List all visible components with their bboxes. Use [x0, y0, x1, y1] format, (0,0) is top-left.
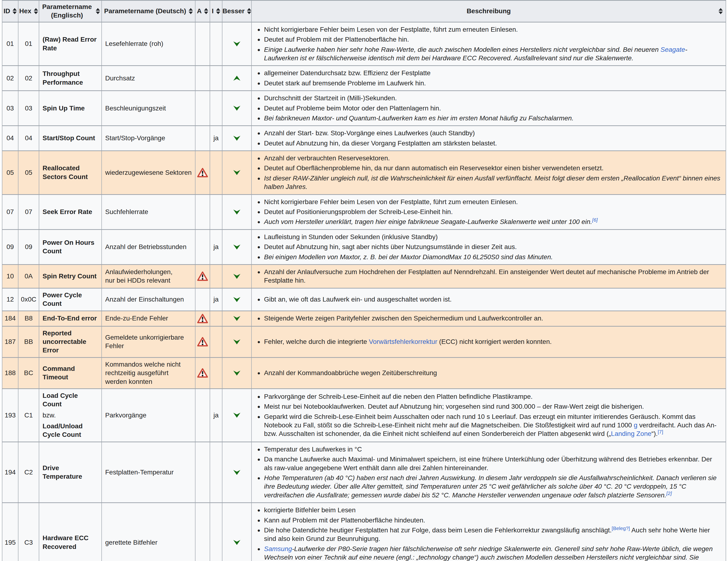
id-cell: 188 [2, 357, 18, 389]
description-bullet: Geparkt wird die Schreib-Lese-Einheit be… [256, 413, 721, 438]
attention-cell [195, 91, 210, 126]
description-list: Anzahl der Anlaufversuche zum Hochdrehen… [256, 268, 721, 285]
column-header-better[interactable]: Besser [222, 0, 251, 22]
smart-table-wrapper: IDHexParametername (Englisch)Parameterna… [0, 0, 728, 561]
text-segment: Deutet auf Abnutzung hin, sagt aber nich… [264, 243, 517, 250]
description-list: Anzahl der Start- bzw. Stop-Vorgänge ein… [256, 129, 721, 147]
wiki-link[interactable]: Seagate [660, 46, 685, 53]
param-de-cell: Start/Stop-Vorgänge [102, 126, 195, 151]
param-en-cell: Command Timeout [39, 357, 102, 389]
better-down-icon [224, 316, 250, 321]
attention-cell [195, 357, 210, 389]
description-list: korrigierte Bitfehler beim LesenKann auf… [256, 506, 721, 561]
wiki-link[interactable]: g [634, 422, 637, 429]
description-cell: Nicht korrigierbare Fehler beim Lesen vo… [251, 194, 726, 229]
wiki-link[interactable]: [6] [592, 217, 598, 222]
param-de-line: Gemeldete unkorrigierbare Fehler [105, 333, 192, 351]
id-value: 05 [6, 169, 14, 176]
attention-cell [195, 264, 210, 288]
column-header-desc[interactable]: Beschreibung [251, 0, 726, 22]
better-down-icon [224, 41, 250, 46]
warning-icon [197, 271, 208, 281]
warning-icon [197, 168, 208, 178]
inverse-cell [210, 357, 222, 389]
param-en-line: Reallocated Sectors Count [43, 164, 98, 181]
param-de-cell: Beschleunigungszeit [102, 91, 195, 126]
description-bullet: Anzahl der Start- bzw. Stop-Vorgänge ein… [256, 129, 721, 137]
param-de-line: Anzahl der Einschaltungen [105, 295, 192, 304]
wiki-link[interactable]: Vorwärtsfehlerkorrektur [369, 338, 437, 345]
param-en-line: bzw. [43, 411, 98, 420]
column-header-i[interactable]: I [210, 0, 222, 22]
better-cell [222, 442, 251, 503]
param-de-cell: Durchsatz [102, 66, 195, 91]
better-down-icon [224, 136, 250, 141]
better-down-icon [224, 413, 250, 418]
column-header-a[interactable]: A [195, 0, 210, 22]
better-cell [222, 151, 251, 195]
param-de-line: Anlaufwiederholungen, [105, 268, 192, 276]
attention-cell [195, 126, 210, 151]
inverse-cell [210, 91, 222, 126]
description-list: allgemeiner Datendurchsatz bzw. Effizien… [256, 69, 721, 87]
better-cell [222, 503, 251, 561]
id-value: 12 [6, 296, 14, 303]
hex-value: 09 [25, 243, 32, 250]
text-segment: Meist nur bei Notebooklaufwerken. Deutet… [264, 403, 644, 410]
description-cell: allgemeiner Datendurchsatz bzw. Effizien… [251, 66, 726, 91]
wiki-link[interactable]: [Beleg?] [612, 526, 630, 531]
text-segment: Anzahl der Start- bzw. Stop-Vorgänge ein… [264, 129, 475, 137]
id-value: 10 [6, 272, 14, 280]
column-header-label: ID [4, 7, 10, 15]
text-segment: g [634, 422, 637, 429]
column-header-hex[interactable]: Hex [18, 0, 39, 22]
better-cell [222, 229, 251, 264]
table-row: 0404Start/Stop CountStart/Stop-Vorgängej… [2, 126, 726, 151]
table-row: 0707Seek Error RateSuchfehlerrateNicht k… [2, 194, 726, 229]
column-header-name_de[interactable]: Parametername (Deutsch) [102, 0, 195, 22]
hex-cell: 09 [18, 229, 39, 264]
description-cell: Fehler, welche durch die integrierte Vor… [251, 326, 726, 357]
id-cell: 194 [2, 442, 18, 503]
id-value: 188 [5, 369, 16, 377]
description-bullet: Auch vom Hersteller unerklärt, tragen hi… [256, 217, 721, 226]
description-bullet: Samsung-Laufwerke der P80-Serie tragen h… [256, 545, 721, 561]
param-en-line: Spin Retry Count [43, 272, 98, 280]
param-de-line: Lesefehlerrate (roh) [105, 39, 192, 48]
column-header-label: Besser [222, 7, 244, 15]
inverse-cell [210, 503, 222, 561]
better-down-icon [224, 209, 250, 214]
wiki-link[interactable]: [2] [666, 490, 672, 496]
wiki-link[interactable]: Landing Zone [611, 430, 651, 437]
param-en-cell: Load Cycle Countbzw.Load/Unload Cycle Co… [39, 389, 102, 442]
reference-superscript: [Beleg?] [612, 526, 630, 531]
table-row: 184B8End-To-End errorEnde-zu-Ende Fehler… [2, 311, 726, 326]
wiki-link[interactable]: [7] [658, 429, 663, 435]
table-row: 193C1Load Cycle Countbzw.Load/Unload Cyc… [2, 389, 726, 442]
param-de-line: Parkvorgänge [105, 411, 192, 420]
hex-cell: 01 [18, 22, 39, 66]
column-header-label: Beschreibung [467, 7, 511, 15]
table-row: 0303Spin Up TimeBeschleunigungszeitDurch… [2, 91, 726, 126]
hex-cell: 02 [18, 66, 39, 91]
description-list: Parkvorgänge der Schreib-Lese-Einheit au… [256, 392, 721, 438]
text-segment: Die hohe Datendichte heutiger Festplatte… [264, 526, 612, 534]
param-de-cell: gerettete Bitfehler [102, 503, 195, 561]
hex-cell: 04 [18, 126, 39, 151]
attention-cell [195, 66, 210, 91]
param-en-line: Power On Hours Count [43, 238, 98, 256]
hex-value: 02 [25, 74, 32, 82]
attention-cell [195, 151, 210, 195]
text-segment: Samsung [264, 545, 292, 552]
column-header-name_en[interactable]: Parametername (Englisch) [39, 0, 102, 22]
sort-icon [13, 8, 17, 14]
param-de-cell: Kommandos welche nicht rechtzeitig ausge… [102, 357, 195, 389]
hex-cell: B8 [18, 311, 39, 326]
attention-cell [195, 22, 210, 66]
wiki-link[interactable]: Samsung [264, 545, 292, 552]
description-cell: Gibt an, wie oft das Laufwerk ein- und a… [251, 288, 726, 311]
hex-value: BC [24, 369, 33, 377]
column-header-id[interactable]: ID [2, 0, 18, 22]
description-list: Nicht korrigierbare Fehler beim Lesen vo… [256, 198, 721, 226]
description-cell: Parkvorgänge der Schreib-Lese-Einheit au… [251, 389, 726, 442]
